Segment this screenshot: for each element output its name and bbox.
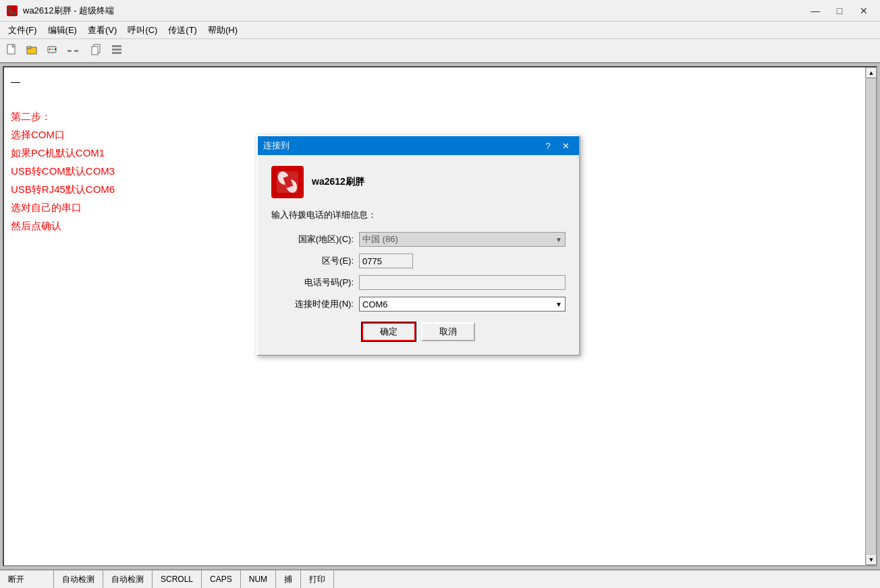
status-print: 打印	[301, 570, 334, 588]
dialog-area-row: 区号(E):	[271, 254, 566, 268]
instruction-line-1: 第二步：	[11, 107, 858, 125]
menu-bar: 文件(F) 编辑(E) 查看(V) 呼叫(C) 传送(T) 帮助(H)	[0, 22, 880, 39]
window-controls: — □ ✕	[804, 3, 875, 19]
dialog-title: 连接到	[263, 140, 540, 152]
status-caps: CAPS	[202, 570, 241, 588]
toolbar-open[interactable]	[23, 42, 42, 59]
svg-rect-7	[49, 49, 51, 50]
dialog-close-button[interactable]: ✕	[557, 139, 574, 152]
menu-view[interactable]: 查看(V)	[82, 23, 122, 38]
toolbar-copy-paste[interactable]	[88, 42, 107, 59]
menu-transfer[interactable]: 传送(T)	[163, 23, 202, 38]
toolbar-modem[interactable]	[43, 42, 62, 59]
dialog-app-icon: 📞	[271, 166, 304, 198]
menu-edit[interactable]: 编辑(E)	[43, 23, 82, 38]
ok-button[interactable]: 确定	[362, 322, 416, 341]
toolbar-extra[interactable]	[108, 42, 127, 59]
connect-value: COM6	[362, 299, 388, 310]
connect-dropdown-icon: ▼	[555, 301, 562, 308]
toolbar-new[interactable]	[3, 42, 22, 59]
dialog-header: 📞 wa2612刷胖	[271, 166, 566, 198]
svg-rect-14	[112, 45, 121, 47]
toolbar	[0, 39, 880, 63]
svg-rect-8	[52, 49, 53, 50]
dialog-title-bar: 连接到 ? ✕	[258, 136, 579, 155]
menu-file[interactable]: 文件(F)	[3, 23, 43, 38]
cancel-button[interactable]: 取消	[421, 322, 475, 341]
status-autodetect1: 自动检测	[54, 570, 103, 588]
terminal-scrollbar[interactable]: ▲ ▼	[865, 67, 876, 565]
svg-rect-9	[55, 49, 56, 50]
status-capture: 捕	[276, 570, 301, 588]
menu-call[interactable]: 呼叫(C)	[122, 23, 163, 38]
connect-select[interactable]: COM6 ▼	[359, 297, 566, 312]
svg-rect-5	[27, 47, 31, 49]
scroll-track	[866, 78, 876, 554]
connect-dialog: 连接到 ? ✕ 📞 wa2612刷胖 输入待拨电话的详细	[256, 135, 580, 356]
svg-rect-10	[67, 50, 72, 52]
svg-rect-15	[112, 49, 121, 51]
dialog-app-name: wa2612刷胖	[312, 176, 364, 188]
svg-rect-13	[92, 47, 98, 55]
window-title: wa2612刷胖 - 超级终端	[23, 5, 804, 17]
svg-rect-16	[112, 52, 121, 54]
dialog-title-controls: ? ✕	[540, 139, 574, 152]
connect-label: 连接时使用(N):	[271, 298, 359, 310]
status-autodetect2: 自动检测	[103, 570, 153, 588]
toolbar-disconnect[interactable]	[63, 42, 82, 59]
area-label: 区号(E):	[271, 255, 359, 267]
dialog-body: 📞 wa2612刷胖 输入待拨电话的详细信息： 国家(地区)(C): 中国 (8…	[258, 155, 579, 355]
country-select[interactable]: 中国 (86) ▼	[359, 232, 566, 247]
phone-label: 电话号码(P):	[271, 276, 359, 289]
country-label: 国家(地区)(C):	[271, 233, 359, 245]
scroll-down-button[interactable]: ▼	[866, 554, 877, 565]
country-dropdown-icon: ▼	[555, 236, 562, 243]
title-bar: 📞 wa2612刷胖 - 超级终端 — □ ✕	[0, 0, 880, 22]
scroll-up-button[interactable]: ▲	[866, 67, 877, 78]
dialog-country-row: 国家(地区)(C): 中国 (86) ▼	[271, 232, 566, 247]
maximize-button[interactable]: □	[829, 3, 850, 19]
dialog-buttons: 确定 取消	[271, 322, 566, 344]
close-button[interactable]: ✕	[853, 3, 875, 19]
country-value: 中国 (86)	[362, 233, 398, 245]
status-num: NUM	[241, 570, 276, 588]
terminal-dash: —	[11, 74, 858, 90]
status-bar: 断开 自动检测 自动检测 SCROLL CAPS NUM 捕 打印	[0, 569, 880, 588]
minimize-button[interactable]: —	[804, 3, 826, 19]
svg-text:📞: 📞	[7, 6, 17, 16]
dialog-subtitle: 输入待拨电话的详细信息：	[271, 209, 566, 221]
app-icon: 📞	[5, 4, 19, 18]
status-disconnect: 断开	[0, 570, 54, 588]
dialog-connect-row: 连接时使用(N): COM6 ▼	[271, 297, 566, 312]
area-input[interactable]	[359, 254, 413, 268]
svg-rect-11	[74, 50, 78, 52]
dialog-phone-row: 电话号码(P):	[271, 275, 566, 290]
dialog-help-button[interactable]: ?	[540, 139, 556, 152]
phone-input[interactable]	[359, 275, 566, 290]
menu-help[interactable]: 帮助(H)	[202, 23, 243, 38]
status-scroll: SCROLL	[153, 570, 202, 588]
